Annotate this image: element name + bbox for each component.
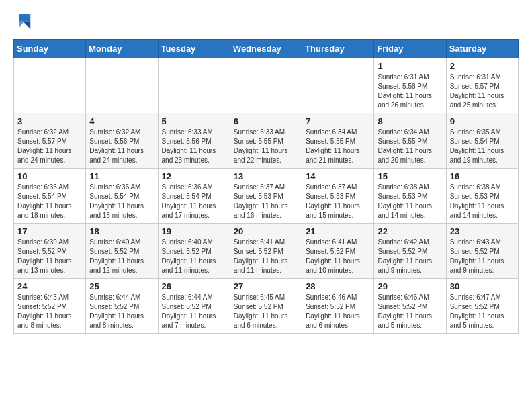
day-number: 25: [89, 281, 154, 291]
day-info: Sunrise: 6:46 AM Sunset: 5:52 PM Dayligh…: [378, 293, 442, 330]
day-number: 5: [162, 116, 226, 126]
day-info: Sunrise: 6:36 AM Sunset: 5:54 PM Dayligh…: [89, 183, 154, 220]
day-number: 20: [234, 226, 298, 236]
day-info: Sunrise: 6:32 AM Sunset: 5:56 PM Dayligh…: [89, 128, 154, 165]
day-cell: [302, 58, 374, 113]
day-number: 3: [17, 116, 82, 126]
day-info: Sunrise: 6:38 AM Sunset: 5:53 PM Dayligh…: [378, 183, 442, 220]
day-cell: [158, 58, 230, 113]
day-cell: 29Sunrise: 6:46 AM Sunset: 5:52 PM Dayli…: [374, 279, 446, 334]
day-number: 6: [234, 116, 298, 126]
day-cell: 26Sunrise: 6:44 AM Sunset: 5:52 PM Dayli…: [158, 279, 230, 334]
day-cell: 2Sunrise: 6:31 AM Sunset: 5:57 PM Daylig…: [446, 58, 518, 113]
day-info: Sunrise: 6:35 AM Sunset: 5:54 PM Dayligh…: [17, 183, 82, 220]
day-cell: 4Sunrise: 6:32 AM Sunset: 5:56 PM Daylig…: [86, 113, 158, 169]
week-row-1: 1Sunrise: 6:31 AM Sunset: 5:58 PM Daylig…: [14, 58, 519, 113]
day-info: Sunrise: 6:40 AM Sunset: 5:52 PM Dayligh…: [89, 238, 154, 275]
day-info: Sunrise: 6:34 AM Sunset: 5:55 PM Dayligh…: [306, 128, 370, 165]
day-cell: 12Sunrise: 6:36 AM Sunset: 5:54 PM Dayli…: [158, 169, 230, 224]
day-info: Sunrise: 6:45 AM Sunset: 5:52 PM Dayligh…: [234, 293, 298, 330]
calendar: SundayMondayTuesdayWednesdayThursdayFrid…: [13, 39, 519, 334]
day-info: Sunrise: 6:31 AM Sunset: 5:58 PM Dayligh…: [378, 73, 442, 110]
day-info: Sunrise: 6:34 AM Sunset: 5:55 PM Dayligh…: [378, 128, 442, 165]
day-number: 27: [234, 281, 298, 291]
day-number: 22: [378, 226, 442, 236]
svg-marker-1: [24, 22, 30, 29]
day-number: 8: [378, 116, 442, 126]
day-info: Sunrise: 6:44 AM Sunset: 5:52 PM Dayligh…: [162, 293, 226, 330]
day-info: Sunrise: 6:31 AM Sunset: 5:57 PM Dayligh…: [450, 73, 515, 110]
week-row-2: 3Sunrise: 6:32 AM Sunset: 5:57 PM Daylig…: [14, 113, 519, 169]
weekday-header-thursday: Thursday: [302, 40, 374, 58]
day-number: 1: [378, 61, 442, 71]
day-number: 11: [89, 171, 154, 181]
day-number: 9: [450, 116, 515, 126]
day-cell: 19Sunrise: 6:40 AM Sunset: 5:52 PM Dayli…: [158, 224, 230, 279]
day-cell: 6Sunrise: 6:33 AM Sunset: 5:55 PM Daylig…: [230, 113, 302, 169]
day-cell: 23Sunrise: 6:43 AM Sunset: 5:52 PM Dayli…: [446, 224, 518, 279]
day-info: Sunrise: 6:33 AM Sunset: 5:55 PM Dayligh…: [234, 128, 298, 165]
weekday-header-wednesday: Wednesday: [230, 40, 302, 58]
day-info: Sunrise: 6:35 AM Sunset: 5:54 PM Dayligh…: [450, 128, 515, 165]
day-cell: [230, 58, 302, 113]
day-cell: 22Sunrise: 6:42 AM Sunset: 5:52 PM Dayli…: [374, 224, 446, 279]
day-cell: 28Sunrise: 6:46 AM Sunset: 5:52 PM Dayli…: [302, 279, 374, 334]
day-number: 24: [17, 281, 82, 291]
day-cell: 15Sunrise: 6:38 AM Sunset: 5:53 PM Dayli…: [374, 169, 446, 224]
day-number: 10: [17, 171, 82, 181]
weekday-header-monday: Monday: [86, 40, 158, 58]
svg-marker-0: [19, 14, 30, 22]
day-cell: 25Sunrise: 6:44 AM Sunset: 5:52 PM Dayli…: [86, 279, 158, 334]
day-cell: 8Sunrise: 6:34 AM Sunset: 5:55 PM Daylig…: [374, 113, 446, 169]
day-number: 21: [306, 226, 370, 236]
day-info: Sunrise: 6:40 AM Sunset: 5:52 PM Dayligh…: [162, 238, 226, 275]
day-number: 4: [89, 116, 154, 126]
day-info: Sunrise: 6:43 AM Sunset: 5:52 PM Dayligh…: [450, 238, 515, 275]
day-info: Sunrise: 6:36 AM Sunset: 5:54 PM Dayligh…: [162, 183, 226, 220]
day-number: 12: [162, 171, 226, 181]
logo: [13, 11, 38, 32]
day-number: 16: [450, 171, 515, 181]
day-info: Sunrise: 6:38 AM Sunset: 5:53 PM Dayligh…: [450, 183, 515, 220]
day-cell: 14Sunrise: 6:37 AM Sunset: 5:53 PM Dayli…: [302, 169, 374, 224]
weekday-header-row: SundayMondayTuesdayWednesdayThursdayFrid…: [14, 40, 519, 58]
day-number: 2: [450, 61, 515, 71]
day-info: Sunrise: 6:46 AM Sunset: 5:52 PM Dayligh…: [306, 293, 370, 330]
day-cell: 11Sunrise: 6:36 AM Sunset: 5:54 PM Dayli…: [86, 169, 158, 224]
day-cell: 17Sunrise: 6:39 AM Sunset: 5:52 PM Dayli…: [14, 224, 86, 279]
day-cell: 24Sunrise: 6:43 AM Sunset: 5:52 PM Dayli…: [14, 279, 86, 334]
day-number: 18: [89, 226, 154, 236]
week-row-4: 17Sunrise: 6:39 AM Sunset: 5:52 PM Dayli…: [14, 224, 519, 279]
day-number: 19: [162, 226, 226, 236]
day-cell: 27Sunrise: 6:45 AM Sunset: 5:52 PM Dayli…: [230, 279, 302, 334]
day-info: Sunrise: 6:33 AM Sunset: 5:56 PM Dayligh…: [162, 128, 226, 165]
weekday-header-sunday: Sunday: [14, 40, 86, 58]
day-number: 15: [378, 171, 442, 181]
day-info: Sunrise: 6:41 AM Sunset: 5:52 PM Dayligh…: [234, 238, 298, 275]
day-cell: [86, 58, 158, 113]
day-cell: 21Sunrise: 6:41 AM Sunset: 5:52 PM Dayli…: [302, 224, 374, 279]
weekday-header-friday: Friday: [374, 40, 446, 58]
page: SundayMondayTuesdayWednesdayThursdayFrid…: [0, 0, 532, 411]
day-info: Sunrise: 6:43 AM Sunset: 5:52 PM Dayligh…: [17, 293, 82, 330]
week-row-5: 24Sunrise: 6:43 AM Sunset: 5:52 PM Dayli…: [14, 279, 519, 334]
weekday-header-tuesday: Tuesday: [158, 40, 230, 58]
day-info: Sunrise: 6:44 AM Sunset: 5:52 PM Dayligh…: [89, 293, 154, 330]
day-cell: 16Sunrise: 6:38 AM Sunset: 5:53 PM Dayli…: [446, 169, 518, 224]
day-number: 29: [378, 281, 442, 291]
day-info: Sunrise: 6:41 AM Sunset: 5:52 PM Dayligh…: [306, 238, 370, 275]
day-cell: 30Sunrise: 6:47 AM Sunset: 5:52 PM Dayli…: [446, 279, 518, 334]
day-info: Sunrise: 6:37 AM Sunset: 5:53 PM Dayligh…: [306, 183, 370, 220]
weekday-header-saturday: Saturday: [446, 40, 518, 58]
week-row-3: 10Sunrise: 6:35 AM Sunset: 5:54 PM Dayli…: [14, 169, 519, 224]
day-number: 28: [306, 281, 370, 291]
day-cell: 18Sunrise: 6:40 AM Sunset: 5:52 PM Dayli…: [86, 224, 158, 279]
day-number: 7: [306, 116, 370, 126]
day-number: 30: [450, 281, 515, 291]
day-info: Sunrise: 6:42 AM Sunset: 5:52 PM Dayligh…: [378, 238, 442, 275]
day-number: 13: [234, 171, 298, 181]
day-cell: 1Sunrise: 6:31 AM Sunset: 5:58 PM Daylig…: [374, 58, 446, 113]
day-cell: 10Sunrise: 6:35 AM Sunset: 5:54 PM Dayli…: [14, 169, 86, 224]
day-number: 17: [17, 226, 82, 236]
day-info: Sunrise: 6:47 AM Sunset: 5:52 PM Dayligh…: [450, 293, 515, 330]
